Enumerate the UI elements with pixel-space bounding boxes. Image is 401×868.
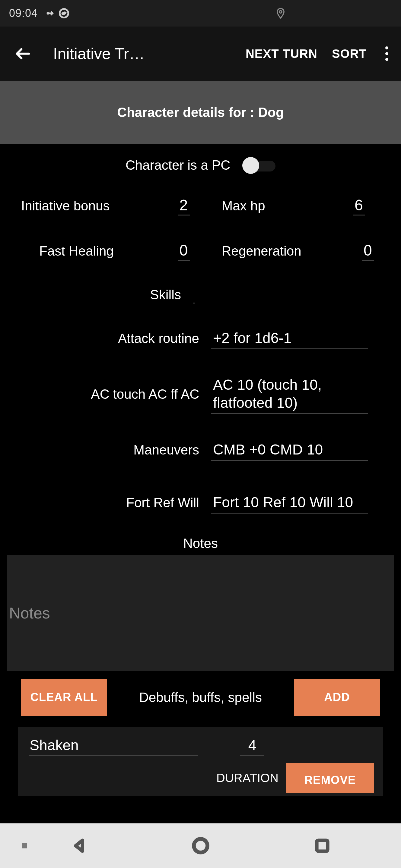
initiative-bonus-label: Initiative bonus (21, 198, 110, 213)
remove-button[interactable]: REMOVE (286, 763, 374, 793)
row-init-hp: Initiative bonus 2 Max hp 6 (0, 183, 401, 228)
regeneration-label: Regeneration (222, 244, 302, 258)
add-button[interactable]: ADD (294, 679, 380, 716)
clear-all-button[interactable]: CLEAR ALL (21, 679, 107, 716)
svg-point-1 (279, 10, 282, 13)
attack-routine-input[interactable]: +2 for 1d6-1 (211, 328, 368, 349)
row-heal-regen: Fast Healing 0 Regeneration 0 (0, 228, 401, 274)
maneuvers-label: Maneuvers (0, 442, 211, 458)
row-skills: Skills (0, 274, 401, 316)
ac-input[interactable]: AC 10 (touch 10, flatfooted 10) (211, 375, 368, 414)
row-saves: Fort Ref Will Fort 10 Ref 10 Will 10 (0, 472, 401, 533)
maneuvers-input[interactable]: CMB +0 CMD 10 (211, 439, 368, 461)
buffs-label: Debuffs, buffs, spells (119, 690, 282, 705)
status-time: 09:04 (9, 7, 38, 20)
pc-toggle-row: Character is a PC (0, 147, 401, 183)
app-bar: Initiative Tr… NEXT TURN SORT (0, 27, 401, 81)
pc-toggle-label: Character is a PC (125, 158, 230, 173)
fast-healing-label: Fast Healing (39, 244, 114, 258)
overflow-menu-button[interactable] (381, 43, 393, 64)
skills-input[interactable] (193, 286, 195, 304)
android-nav-bar (0, 824, 401, 868)
row-ac: AC touch AC ff AC AC 10 (touch 10, flatf… (0, 361, 401, 427)
svg-rect-3 (317, 840, 328, 851)
usb-icon (45, 8, 55, 19)
regeneration-input[interactable]: 0 (362, 242, 374, 261)
fast-healing-input[interactable]: 0 (178, 242, 190, 261)
character-details-header: Character details for : Dog (0, 81, 401, 144)
effect-card: Shaken 4 DURATION REMOVE (18, 727, 383, 796)
initiative-bonus-input[interactable]: 2 (178, 196, 190, 216)
attack-routine-label: Attack routine (0, 331, 211, 346)
status-bar: 09:04 (0, 0, 401, 27)
nav-home-button[interactable] (191, 836, 210, 856)
ac-label: AC touch AC ff AC (0, 387, 211, 402)
effect-duration-label: DURATION (216, 771, 279, 785)
no-sync-icon (58, 7, 70, 19)
back-button[interactable] (11, 41, 35, 66)
saves-input[interactable]: Fort 10 Ref 10 Will 10 (211, 492, 368, 514)
effect-duration-input[interactable]: 4 (240, 735, 264, 756)
character-details-label: Character details for : Dog (117, 105, 284, 120)
sort-button[interactable]: SORT (332, 47, 367, 61)
nav-indicator-icon (22, 843, 27, 848)
nav-recents-button[interactable] (312, 836, 332, 856)
row-maneuvers: Maneuvers CMB +0 CMD 10 (0, 427, 401, 472)
pc-toggle-switch[interactable] (242, 157, 276, 173)
next-turn-button[interactable]: NEXT TURN (246, 47, 317, 61)
max-hp-label: Max hp (222, 198, 265, 213)
row-attack: Attack routine +2 for 1d6-1 (0, 316, 401, 361)
skills-label: Skills (0, 287, 193, 302)
page-title: Initiative Tr… (53, 44, 145, 63)
effect-name-input[interactable]: Shaken (29, 735, 198, 756)
notes-input[interactable]: Notes (7, 555, 394, 671)
svg-point-2 (194, 839, 207, 852)
notes-placeholder: Notes (9, 604, 50, 622)
saves-label: Fort Ref Will (0, 495, 211, 510)
buffs-toolbar: CLEAR ALL Debuffs, buffs, spells ADD (0, 679, 401, 716)
notes-heading: Notes (0, 533, 401, 553)
content-area: Character is a PC Initiative bonus 2 Max… (0, 144, 401, 796)
nav-back-button[interactable] (69, 836, 89, 856)
max-hp-input[interactable]: 6 (353, 196, 365, 216)
location-icon (275, 7, 286, 19)
